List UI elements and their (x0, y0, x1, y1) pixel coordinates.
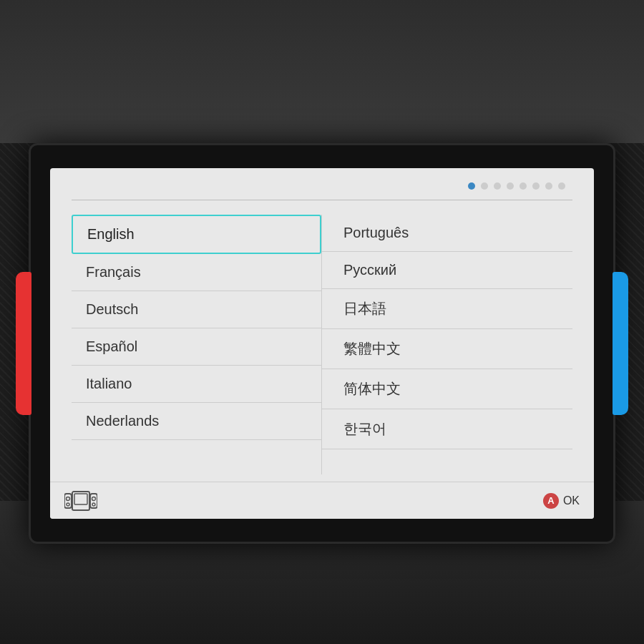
a-button-icon: A (543, 493, 559, 509)
ok-button[interactable]: A OK (543, 493, 580, 509)
progress-dot-1 (468, 182, 475, 190)
progress-dot-7 (545, 182, 552, 190)
progress-dot-6 (532, 182, 540, 190)
screen: English Français Deutsch Español Italian… (50, 168, 594, 519)
left-joycon (16, 272, 31, 415)
svg-point-1 (67, 497, 70, 500)
language-item-simplified-chinese[interactable]: 简体中文 (322, 369, 572, 409)
language-column-left: English Français Deutsch Español Italian… (72, 215, 322, 474)
progress-dot-5 (519, 182, 527, 190)
switch-device: English Français Deutsch Español Italian… (29, 143, 615, 544)
language-item-espanol[interactable]: Español (72, 328, 321, 366)
svg-rect-4 (74, 494, 87, 504)
progress-indicator (72, 182, 572, 190)
svg-point-2 (67, 503, 69, 506)
progress-dot-3 (494, 182, 501, 190)
right-joycon (613, 272, 628, 415)
language-item-deutsch[interactable]: Deutsch (72, 291, 321, 328)
language-item-korean[interactable]: 한국어 (322, 409, 572, 449)
progress-dot-8 (558, 182, 565, 190)
progress-dot-2 (481, 182, 488, 190)
language-column-right: Português Русский 日本語 繁體中文 简体中文 한국어 (322, 215, 572, 474)
switch-icon-svg (64, 490, 97, 512)
language-grid: English Français Deutsch Español Italian… (72, 215, 572, 474)
language-item-russian[interactable]: Русский (322, 252, 572, 289)
language-item-portugues[interactable]: Português (322, 215, 572, 252)
ok-label: OK (563, 494, 580, 507)
svg-point-6 (92, 497, 96, 500)
language-item-english[interactable]: English (72, 215, 321, 254)
language-item-japanese[interactable]: 日本語 (322, 289, 572, 329)
bottom-bar: A OK (50, 482, 594, 519)
language-item-italiano[interactable]: Italiano (72, 366, 321, 403)
language-item-francais[interactable]: Français (72, 254, 321, 291)
language-item-traditional-chinese[interactable]: 繁體中文 (322, 329, 572, 369)
top-divider (72, 200, 572, 200)
switch-console-icon (64, 490, 97, 512)
language-item-nederlands[interactable]: Nederlands (72, 403, 321, 440)
svg-point-7 (92, 503, 95, 506)
progress-dot-4 (507, 182, 514, 190)
